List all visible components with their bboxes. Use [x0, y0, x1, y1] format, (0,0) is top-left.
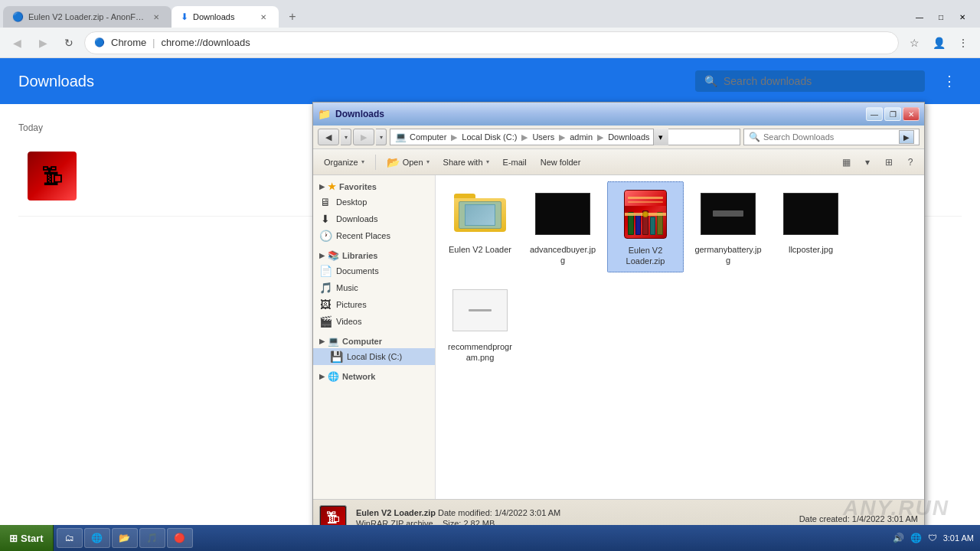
systray-security-icon[interactable]: 🛡 — [928, 533, 937, 543]
music-icon: 🎵 — [319, 282, 332, 294]
help-button[interactable]: ? — [901, 153, 920, 171]
taskbar-item-folder[interactable]: 📂 — [112, 528, 138, 548]
explorer-title-icon: 📁 — [318, 108, 331, 120]
search-downloads-input[interactable] — [724, 75, 916, 87]
open-label: Open — [403, 158, 423, 167]
share-arrow-icon: ▾ — [486, 158, 489, 165]
file-item-advancedbuyer[interactable]: advancedbuyer.jpg — [524, 181, 601, 272]
file-item-eulen-folder[interactable]: Eulen V2 Loader — [442, 181, 518, 272]
file-item-llcposter[interactable]: llcposter.jpg — [773, 181, 849, 272]
addr-crumb-2: Local Disk (C:) — [462, 132, 517, 142]
new-folder-label: New folder — [541, 158, 581, 167]
sidebar-item-downloads[interactable]: ⬇ Downloads — [313, 210, 435, 227]
start-icon: ⊞ — [9, 533, 18, 544]
taskbar-item-ie[interactable]: 🌐 — [84, 528, 110, 548]
sidebar-item-documents[interactable]: 📄 Documents — [313, 262, 435, 279]
downloads-menu-button[interactable]: ⋮ — [937, 69, 962, 93]
explorer-search-box[interactable]: 🔍 ▶ — [743, 129, 920, 145]
addr-dropdown-button[interactable]: ▾ — [653, 129, 668, 145]
explorer-minimize-button[interactable]: — — [866, 107, 883, 121]
taskbar-icon-folder: 📂 — [119, 532, 131, 544]
desktop-icon: 🖥 — [319, 196, 332, 208]
file-item-recommendprogram[interactable]: recommendprogram.png — [442, 279, 518, 368]
systray-volume-icon[interactable]: 🔊 — [893, 533, 904, 543]
forward-button[interactable]: ▶ — [32, 32, 54, 54]
explorer-search-input[interactable] — [763, 132, 896, 142]
documents-icon: 📄 — [319, 265, 332, 277]
bookmark-button[interactable]: ☆ — [903, 32, 925, 54]
explorer-back-arrow[interactable]: ▾ — [341, 129, 351, 145]
status-right: Date created: 1/4/2022 3:01 AM — [799, 514, 918, 523]
explorer-restore-button[interactable]: ❐ — [884, 107, 901, 121]
desktop-label: Desktop — [336, 197, 367, 207]
browser-maximize-button[interactable]: □ — [931, 9, 951, 24]
new-tab-button[interactable]: + — [282, 6, 303, 28]
taskbar: ⊞ Start 🗂 🌐 📂 🎵 🔴 🔊 🌐 🛡 3:01 AM — [0, 525, 980, 551]
sidebar-item-music[interactable]: 🎵 Music — [313, 279, 435, 296]
start-button[interactable]: ⊞ Start — [0, 525, 54, 551]
favorites-collapse-icon[interactable]: ▶ — [319, 183, 325, 191]
file-area: Eulen V2 Loader advancedbuyer.jpg — [436, 175, 924, 499]
favorites-label: Favorites — [339, 182, 377, 191]
systray-network-icon[interactable]: 🌐 — [910, 533, 922, 543]
recent-places-label: Recent Places — [336, 231, 390, 240]
back-button[interactable]: ◀ — [6, 32, 28, 54]
taskbar-item-explorer[interactable]: 🗂 — [57, 528, 83, 548]
address-secure-icon: 🔵 — [94, 37, 105, 47]
change-view-button[interactable]: ▦ — [837, 153, 855, 171]
network-collapse-icon[interactable]: ▶ — [319, 373, 325, 380]
file-item-eulen-zip[interactable]: Eulen V2 Loader.zip — [607, 181, 684, 272]
status-date-created: Date created: 1/4/2022 3:01 AM — [799, 514, 918, 523]
taskbar-item-media[interactable]: 🎵 — [139, 528, 165, 548]
open-button[interactable]: 📂 Open ▾ — [381, 152, 436, 172]
recent-places-icon: 🕐 — [319, 230, 332, 242]
email-button[interactable]: E-mail — [497, 152, 533, 172]
open-icon: 📂 — [387, 156, 400, 168]
browser-minimize-button[interactable]: — — [910, 9, 929, 24]
downloads-label: Downloads — [336, 214, 377, 223]
share-with-button[interactable]: Share with ▾ — [437, 152, 495, 172]
browser-close-button[interactable]: ✕ — [952, 9, 972, 24]
new-folder-button[interactable]: New folder — [534, 152, 587, 172]
preview-pane-button[interactable]: ⊞ — [880, 153, 898, 171]
germanybattery-thumb — [701, 186, 756, 241]
computer-collapse-icon[interactable]: ▶ — [319, 337, 325, 345]
favorites-section: ▶ ★ Favorites — [313, 178, 435, 194]
sidebar-item-pictures[interactable]: 🖼 Pictures — [313, 296, 435, 313]
libraries-collapse-icon[interactable]: ▶ — [319, 252, 325, 259]
explorer-forward-arrow[interactable]: ▾ — [376, 129, 387, 145]
explorer-close-button[interactable]: ✕ — [903, 107, 920, 121]
sidebar-item-recent-places[interactable]: 🕐 Recent Places — [313, 227, 435, 244]
tab-close-1[interactable]: ✕ — [150, 11, 162, 23]
taskbar-item-chrome[interactable]: 🔴 — [167, 528, 193, 548]
organize-button[interactable]: Organize ▾ — [318, 152, 371, 172]
tab-anonfiles[interactable]: 🔵 Eulen V2 Loader.zip - AnonFiles ✕ — [3, 6, 172, 28]
explorer-search-go-button[interactable]: ▶ — [899, 130, 914, 144]
sidebar-item-videos[interactable]: 🎬 Videos — [313, 313, 435, 330]
tab-label-1: Eulen V2 Loader.zip - AnonFiles — [28, 12, 145, 21]
libraries-icon: 📚 — [328, 250, 339, 261]
network-label: Network — [342, 372, 375, 381]
sidebar-item-local-disk[interactable]: 💾 Local Disk (C:) — [313, 348, 435, 365]
reload-button[interactable]: ↻ — [58, 32, 80, 54]
network-icon: 🌐 — [328, 371, 339, 382]
tab-close-2[interactable]: ✕ — [257, 11, 270, 23]
llcposter-label: llcposter.jpg — [789, 244, 833, 255]
file-item-germanybattery[interactable]: germanybattery.jpg — [690, 181, 766, 272]
account-button[interactable]: 👤 — [928, 32, 949, 54]
folder-thumb — [452, 186, 508, 241]
advancedbuyer-label: advancedbuyer.jpg — [529, 244, 596, 266]
explorer-back-button[interactable]: ◀ — [318, 129, 339, 145]
menu-button[interactable]: ⋮ — [952, 32, 974, 54]
address-bar[interactable]: 🔵 Chrome | chrome://downloads — [84, 31, 899, 54]
eulen-folder-label: Eulen V2 Loader — [449, 244, 511, 255]
tab-downloads[interactable]: ⬇ Downloads ✕ — [172, 6, 279, 28]
share-with-label: Share with — [443, 158, 483, 167]
sidebar-item-desktop[interactable]: 🖥 Desktop — [313, 194, 435, 210]
explorer-address-path[interactable]: 💻 Computer ▶ Local Disk (C:) ▶ Users ▶ a… — [390, 129, 740, 145]
libraries-label: Libraries — [342, 251, 377, 260]
taskbar-time[interactable]: 3:01 AM — [943, 533, 974, 543]
view-dropdown-button[interactable]: ▾ — [858, 153, 877, 171]
explorer-forward-button[interactable]: ▶ — [353, 129, 374, 145]
local-disk-icon: 💾 — [330, 350, 342, 363]
